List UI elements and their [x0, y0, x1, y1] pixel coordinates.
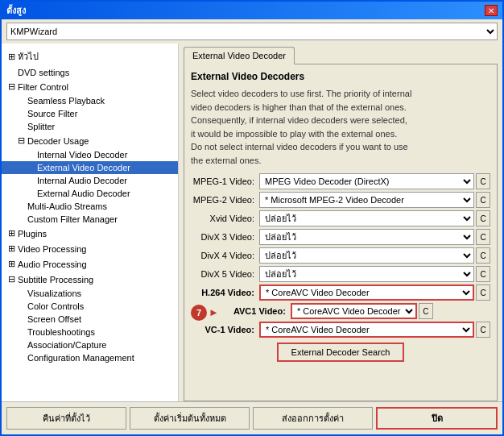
- decoder-label: H.264 Video:: [191, 288, 259, 297]
- sidebar-item-decoder-usage[interactable]: ⊟ Decoder Usage: [2, 133, 178, 148]
- sidebar-item-root[interactable]: ⊞ หัวไป: [2, 47, 178, 66]
- decoder-label: Xvid Video:: [191, 214, 259, 223]
- sidebar-item-association[interactable]: Association/Capture: [2, 338, 178, 351]
- sidebar-item-int-audio[interactable]: Internal Audio Decoder: [2, 174, 178, 187]
- decoder-c-button[interactable]: C: [476, 284, 490, 301]
- decoder-select[interactable]: MPEG Video Decoder (DirectX): [259, 173, 474, 189]
- expand-icon: ⊟: [8, 81, 15, 92]
- sidebar-item-audio-proc[interactable]: ⊞ Audio Processing: [2, 256, 178, 272]
- expand-icon: ⊞: [8, 228, 15, 239]
- decoder-select[interactable]: * CoreAVC Video Decoder: [259, 322, 474, 338]
- decoder-c-button[interactable]: C: [476, 322, 490, 338]
- decoder-c-button[interactable]: C: [476, 173, 490, 189]
- decoder-row: MPEG-1 Video: MPEG Video Decoder (Direct…: [191, 173, 490, 189]
- sidebar-item-ext-audio[interactable]: External Audio Decoder: [2, 187, 178, 200]
- expand-icon: ⊞: [8, 52, 15, 62]
- sidebar-item-screen-offset[interactable]: Screen Offset: [2, 313, 178, 326]
- sidebar-label: Source Filter: [2, 108, 103, 119]
- reset-button[interactable]: คืนค่าที่ตั้งไว้: [6, 407, 126, 430]
- sidebar-item-splitter[interactable]: Splitter: [2, 120, 178, 133]
- sidebar-label: หัวไป: [18, 49, 39, 64]
- decoder-label: DivX 3 Video:: [191, 232, 259, 242]
- sidebar-label: Troubleshootings: [2, 326, 121, 338]
- sidebar-item-video-proc[interactable]: ⊞ Video Processing: [2, 241, 178, 256]
- sidebar-item-config-mgmt[interactable]: Configuration Management: [2, 351, 178, 364]
- step7-wrapper: 7► AVC1 Video: * CoreAVC Video Decoder C: [191, 303, 490, 322]
- close-button[interactable]: ✕: [485, 5, 498, 16]
- sidebar-label: Filter Control: [18, 82, 68, 92]
- decoder-select[interactable]: ปล่อยไว้: [259, 229, 474, 245]
- sidebar-label: Screen Offset: [2, 314, 107, 325]
- expand-icon: ⊟: [8, 274, 15, 284]
- expand-icon: ⊞: [8, 243, 15, 254]
- decoder-label: MPEG-2 Video:: [191, 195, 259, 205]
- tab-bar: External Video Decoder: [179, 44, 502, 64]
- sidebar-label: Association/Capture: [2, 339, 132, 351]
- sidebar-item-custom-filter[interactable]: Custom Filter Manager: [2, 213, 178, 226]
- decoder-select[interactable]: ปล่อยไว้: [259, 210, 474, 226]
- sidebar-item-visualizations[interactable]: Visualizations: [2, 287, 178, 300]
- decoder-label: DivX 5 Video:: [191, 269, 259, 279]
- sidebar-label: External Audio Decoder: [2, 189, 130, 198]
- decoder-c-button[interactable]: C: [476, 247, 490, 264]
- expand-icon: ⊟: [18, 135, 25, 146]
- sidebar-item-troubleshootings[interactable]: Troubleshootings: [2, 326, 178, 338]
- bottom-bar: คืนค่าที่ตั้งไว้ ตั้งค่าเริ่มต้นทั้งหมด …: [2, 401, 502, 434]
- decoder-row: VC-1 Video: * CoreAVC Video Decoder C: [191, 322, 490, 338]
- sidebar-label: Visualizations: [2, 288, 107, 299]
- decoder-select[interactable]: ปล่อยไว้: [259, 266, 474, 282]
- main-window: ตั้งสูง ✕ KMPWizard ⊞ หัวไป DVD settings…: [0, 0, 504, 436]
- expand-icon: ⊞: [8, 259, 15, 269]
- decoder-c-button[interactable]: C: [476, 229, 490, 245]
- sidebar-label: Video Processing: [18, 244, 86, 254]
- sidebar-label: Decoder Usage: [27, 136, 89, 146]
- sidebar-label: Custom Filter Manager: [2, 214, 143, 225]
- decoder-select[interactable]: * CoreAVC Video Decoder: [291, 303, 417, 319]
- sidebar-item-color-controls[interactable]: Color Controls: [2, 300, 178, 313]
- sidebar-item-multi-audio[interactable]: Multi-Audio Streams: [2, 200, 178, 213]
- sidebar-item-int-video[interactable]: Internal Video Decoder: [2, 148, 178, 161]
- sidebar-item-filter-control[interactable]: ⊟ Filter Control: [2, 79, 178, 94]
- decoder-row: DivX 5 Video: ปล่อยไว้ C: [191, 266, 490, 282]
- sidebar-item-seamless[interactable]: Seamless Playback: [2, 94, 178, 107]
- external-decoder-search-button[interactable]: External Decoder Search: [277, 343, 405, 362]
- sidebar-item-ext-video[interactable]: External Video Decoder: [2, 161, 178, 174]
- sidebar-label: External Video Decoder: [2, 163, 130, 172]
- main-layout: ⊞ หัวไป DVD settings ⊟ Filter Control Se…: [2, 44, 502, 401]
- sidebar-label: Color Controls: [2, 301, 109, 312]
- circle-7: 7: [191, 305, 207, 321]
- close-bottom-button[interactable]: ปิด: [376, 407, 498, 430]
- export-button[interactable]: ส่งออกการตั้งค่า: [253, 407, 373, 430]
- sidebar-item-dvd[interactable]: DVD settings: [2, 66, 178, 79]
- sidebar-item-plugins[interactable]: ⊞ Plugins: [2, 226, 178, 241]
- sidebar-label: Multi-Audio Streams: [2, 201, 133, 212]
- decoder-row: MPEG-2 Video: * Microsoft MPEG-2 Video D…: [191, 192, 490, 208]
- arrow-right-7: ►: [209, 306, 219, 318]
- sidebar-label: DVD settings: [2, 67, 85, 78]
- decoder-c-button[interactable]: C: [476, 210, 490, 226]
- decoder-c-button[interactable]: C: [476, 266, 490, 282]
- info-text: Select video decoders to use first. The …: [191, 87, 490, 167]
- default-button[interactable]: ตั้งค่าเริ่มต้นทั้งหมด: [130, 407, 250, 430]
- tab-ext-video-decoder[interactable]: External Video Decoder: [184, 47, 295, 64]
- right-panel: External Video Decoder External Video De…: [179, 44, 502, 401]
- sidebar-label: Plugins: [18, 229, 47, 239]
- sidebar-label: Internal Audio Decoder: [2, 176, 127, 185]
- decoder-row: AVC1 Video: * CoreAVC Video Decoder C: [222, 303, 433, 319]
- decoder-select[interactable]: * Microsoft MPEG-2 Video Decoder: [259, 192, 474, 208]
- panel-title: External Video Decoders: [191, 71, 490, 82]
- sidebar-label: Audio Processing: [18, 260, 87, 269]
- sidebar-label: Internal Video Decoder: [2, 150, 127, 160]
- decoder-c-button[interactable]: C: [476, 192, 490, 208]
- decoder-rows: MPEG-1 Video: MPEG Video Decoder (Direct…: [191, 173, 490, 338]
- decoder-label: DivX 4 Video:: [191, 251, 259, 260]
- profile-select[interactable]: KMPWizard: [6, 23, 498, 40]
- decoder-c-button[interactable]: C: [419, 303, 433, 319]
- decoder-row: DivX 3 Video: ปล่อยไว้ C: [191, 229, 490, 245]
- sidebar-item-source-filter[interactable]: Source Filter: [2, 107, 178, 120]
- decoder-select[interactable]: ปล่อยไว้: [259, 247, 474, 264]
- panel-content: External Video Decoders Select video dec…: [184, 64, 498, 401]
- sidebar-label: Seamless Playback: [2, 95, 130, 106]
- decoder-select[interactable]: * CoreAVC Video Decoder: [259, 284, 474, 301]
- sidebar-item-subtitle[interactable]: ⊟ Subtitle Processing: [2, 272, 178, 287]
